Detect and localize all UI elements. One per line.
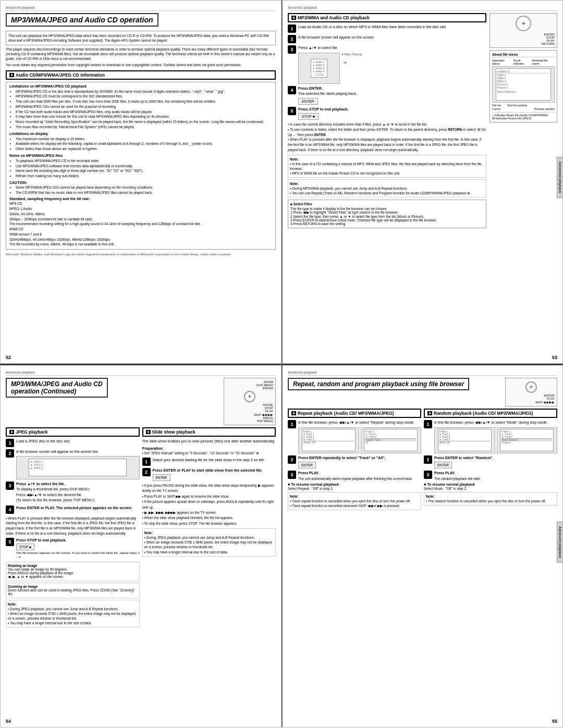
remote-label-return: RETURN xyxy=(492,42,555,45)
enter-icon-slide: ENTER xyxy=(153,474,170,481)
step-num-2: 2 xyxy=(288,35,296,43)
select-files-box: ■ Select Files The file type to make it … xyxy=(288,200,486,228)
step-text-5: Press STOP to end playback. xyxy=(298,107,486,113)
repeat-section-title: ⊕ Repeat playback (Audio CD/ MP3/WMA/JPE… xyxy=(288,409,421,418)
remote-diagram-p53: ✛ ENTER STOP PLAY RETURN xyxy=(489,13,557,48)
page-number-52: 52 xyxy=(6,355,11,360)
display-list: The maximum number for display is 15 let… xyxy=(9,137,272,152)
jpeg-playback-section: ⊕ JPEG playback 1 Load a JPEG disc in th… xyxy=(6,427,140,629)
list-item: It may take more than one minute for thi… xyxy=(16,114,272,119)
note-box-1: Note: • In the case of a CD containing a… xyxy=(288,155,486,178)
step-text-3: Press ▲/▼ to select file. xyxy=(298,45,486,51)
stop-icon-jpeg: STOP ■ xyxy=(16,544,34,550)
random-resume-title: ■ To resume normal playback xyxy=(424,483,557,486)
jpeg-step-5: 5 Press STOP to end playback. STOP ■ The… xyxy=(6,538,140,560)
page-55-title: Repeat, random and program playback usin… xyxy=(288,378,469,390)
enter-icon-repeat: ENTER xyxy=(298,462,316,468)
remote-skip-p54: SKIP ◀◀/▶▶ xyxy=(226,413,273,416)
file-menu-icons-note: ♪ Indicates Music file (Audio CD/MP3/WMA… xyxy=(492,112,555,120)
display-title: Limitations on display xyxy=(9,132,272,135)
random-section-icon: ⊕ xyxy=(427,411,432,415)
notes-title: Notes on MP3/WMA/JPEG files xyxy=(9,154,272,157)
list-item: If the CD has both audio tracks and MP3/… xyxy=(16,109,272,115)
step-text-2: A file browser screen will appear on the… xyxy=(298,35,375,41)
page-53-header: Advanced playback xyxy=(288,6,557,11)
step-3-p53: 3 Press ▲/▼ to select file. ▸ WMA-1 ▸ WM… xyxy=(288,45,486,84)
about-file-menu: About file menu Operation statusScroll i… xyxy=(489,50,557,122)
limitations-list: MP3/WMA/JPEG CD is the disc that is stan… xyxy=(9,89,272,130)
jpeg-step-1: 1 Load a JPEG disc in the disc slot. xyxy=(6,439,140,447)
rotate-box: Rotating an image You can rotate an imag… xyxy=(6,562,140,581)
list-item: Use MP3/WMA/JPEG software that records d… xyxy=(16,164,272,169)
stop-button-icon: STOP ■ xyxy=(298,113,319,120)
remote-diagram-p55: ✛ ENTER PLAY SKIP ◀◀/▶▶ xyxy=(505,378,557,406)
repeat-resume-title: ■ To resume normal playback xyxy=(288,483,421,486)
list-item: MP3/WMA/JPEG CD must be correspond to th… xyxy=(16,94,272,99)
repeat-step-2-content: Press ENTER repeatedly to select "Track"… xyxy=(298,455,421,469)
list-item: MP3/WMA/JPEG CD is the disc that is stan… xyxy=(16,89,272,94)
file-menu-screen: ►WMA-11 WMA-1 WMA-2 WMA-3 Picture-2 Pict… xyxy=(492,66,555,103)
slide-step-2: 2 Press ENTER or PLAY to start slide sho… xyxy=(142,468,276,482)
list-item: The maximum number for display is 15 let… xyxy=(16,137,272,142)
slideshow-intro: The slide show enables you to view pictu… xyxy=(142,439,276,445)
page-53: Advanced playback ⊕ MP3/WMA and Audio CD… xyxy=(282,0,563,364)
standard-content: MP3 CD MPEG-1 Audio 32kHz, 44.1kHz, 48kH… xyxy=(9,201,272,247)
repeat-resume-text: Select Repeat : "Off" in step 2. xyxy=(288,487,421,490)
page-54-header: Advanced playback xyxy=(6,371,276,376)
repeat-section-icon: ⊕ xyxy=(291,411,296,415)
random-screen-mockups: Folder 1 ► Track-1 ► Track-2 ► Track-3 M… xyxy=(434,427,557,453)
jpeg-step-text-3: Press ▲/▼ to select the file. To display… xyxy=(16,482,95,503)
slide-step-2-content: Press ENTER or PLAY to start slide show … xyxy=(153,468,276,482)
select-files-content: The file type to make it display in the … xyxy=(290,207,484,226)
step-text-4: Press ENTER.The selected file starts pla… xyxy=(298,86,486,97)
repeat-note-box: Note: • Track repeat function is cancell… xyxy=(288,492,421,510)
preparation-text: • Set "JPEG Interval" setting to "5 Seco… xyxy=(142,451,276,455)
random-step-3: 3 Press PLAY. The random playback will s… xyxy=(424,471,557,480)
slide-note-5: • When the slide show playback finished,… xyxy=(142,515,276,521)
slide-note-4: • ▶, ▶▶, ▶▶▶, ▶▶▶▶ appears on the TV scr… xyxy=(142,510,276,515)
slide-step-num-2: 2 xyxy=(142,468,151,476)
step-4-p53: 4 Press ENTER.The selected file starts p… xyxy=(288,86,486,105)
repeat-step-num-1: 1 xyxy=(288,420,296,428)
page-55: Advanced playback Repeat, random and pro… xyxy=(282,364,563,727)
step-num-5: 5 xyxy=(288,107,296,115)
file-menu-cursor-labels: CursorPreview window xyxy=(492,107,555,110)
jpeg-step-num-4: 4 xyxy=(6,505,14,514)
repeat-step-num-3: 3 xyxy=(288,471,296,479)
jpeg-notes-box: Note: • During JPEG playback, you cannot… xyxy=(6,600,140,627)
page-number-55: 55 xyxy=(552,719,557,724)
p55-remote-skip: SKIP ◀◀/▶▶ xyxy=(508,400,555,404)
slideshow-note-box: Note: • During JPEG playback, you cannot… xyxy=(142,528,276,556)
remote-enter-p54: ENTER xyxy=(226,387,273,390)
section-icon-p53: ⊕ xyxy=(291,16,296,20)
step-num-3: 3 xyxy=(288,45,296,54)
random-step-1: 1 In the file browser, press ◀/▶/▲/▼ to … xyxy=(424,420,557,453)
list-item: This unit can read 2000 files per disc. … xyxy=(16,99,272,104)
jpeg-step-4: 4 Press ENTER or PLAY. The selected pict… xyxy=(6,505,140,514)
list-item: The music files recorded by "Hierarchica… xyxy=(16,125,272,130)
list-item: Music recorded by "Joliet Recording Spec… xyxy=(16,119,272,125)
remote-diagram-p54: ZOOM DVD MENU ENTER ✛ PAUSE STOP PLAY SK… xyxy=(224,378,276,425)
slide-note-1: • If you press PAUSE during the slide sh… xyxy=(142,483,276,494)
jpeg-section-icon: ⊕ xyxy=(9,430,14,434)
file-menu-title: About file menu xyxy=(492,53,555,57)
list-item: Available letters for display are the fo… xyxy=(16,141,272,146)
step-num-4: 4 xyxy=(288,86,296,94)
page-54: Advanced playback MP3/WMA/JPEG and Audio… xyxy=(0,364,282,727)
file-menu-bottom-labels: File list Tool list window xyxy=(492,104,555,107)
random-step-num-3: 3 xyxy=(424,471,432,479)
page-52: Advanced playback MP3/WMA/JPEG and Audio… xyxy=(0,0,282,364)
directional-pad: ✛ xyxy=(516,16,531,31)
limitations-title: Limitations on MP3/WMA/JPEG CD playback xyxy=(9,84,272,88)
random-section: ⊕ Random playback (Audio CD/ MP3/WMA/JPE… xyxy=(424,409,557,512)
trademark-text: Microsoft, Windows Media, and Windows Lo… xyxy=(6,252,276,256)
repeat-step-3-content: Press PLAY. The unit automatically start… xyxy=(298,471,421,480)
intro-paragraph-1: This unit can playback the MP3/WMA/JPEG-… xyxy=(6,31,276,45)
bullet-note-3: • When PLAY is pressed after the file br… xyxy=(288,137,486,152)
slide-note-3: • If the picture appears upside down or … xyxy=(142,499,276,510)
slide-step-num-1: 1 xyxy=(142,458,151,466)
notes-list: To playback MP3/WMA/JPEG CD in the recor… xyxy=(9,158,272,179)
random-step-1-content: In the file browser, press ◀/▶/▲/▼ to se… xyxy=(434,420,557,453)
jpeg-step-text-4: Press ENTER or PLAY. The selected pictur… xyxy=(16,505,132,511)
d-pad-p54: ✛ xyxy=(244,391,255,402)
